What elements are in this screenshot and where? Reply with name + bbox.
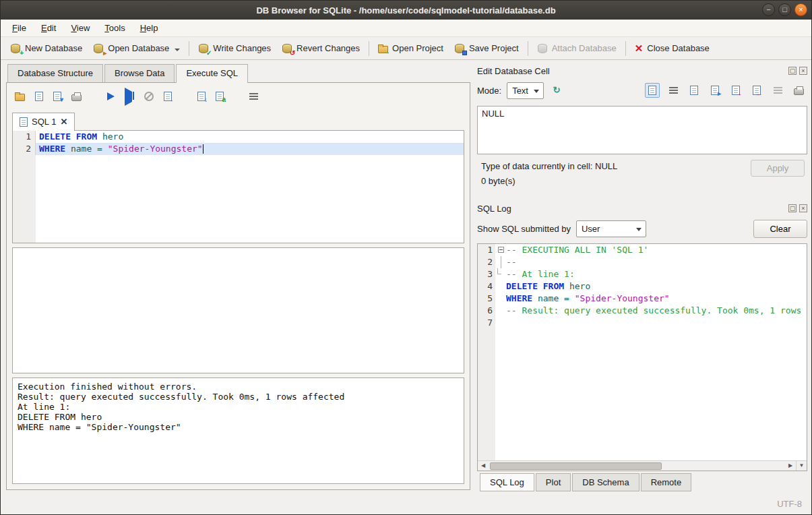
tab-execute-sql[interactable]: Execute SQL [176, 64, 248, 83]
edit-cell-title: Edit Database Cell [477, 66, 786, 76]
text-mode-icon[interactable] [645, 83, 660, 98]
exec-log-line: At line 1: [18, 402, 459, 412]
tab-db-schema[interactable]: DB Schema [572, 473, 639, 491]
open-database-button[interactable]: ▸ Open Database [88, 40, 185, 57]
close-dock-icon[interactable]: × [799, 204, 807, 212]
scroll-down-icon[interactable]: ▼ [796, 461, 807, 471]
log-line: 7 [478, 317, 807, 329]
copy-cell-data-icon[interactable]: ▸ [708, 83, 722, 98]
word-wrap-icon[interactable] [249, 93, 258, 100]
save-project-button[interactable]: Save Project [449, 40, 524, 57]
code-line: DELETE FROM hero [36, 131, 464, 143]
open-project-icon: → [378, 46, 388, 53]
save-sql-file-icon[interactable] [35, 92, 43, 101]
sql-code-editor[interactable]: 1 DELETE FROM hero 2 WHERE name = "Spide… [12, 130, 464, 243]
toolbar-separator [369, 41, 369, 56]
close-dock-icon[interactable]: × [799, 67, 807, 75]
new-database-button[interactable]: + New Database [5, 40, 88, 57]
tab-browse-data[interactable]: Browse Data [104, 64, 175, 82]
toolbar-separator [625, 41, 626, 56]
fold-line [495, 268, 506, 280]
menu-edit[interactable]: Edit [35, 21, 62, 35]
tab-sql-log[interactable]: SQL Log [480, 473, 534, 491]
cell-type-info: Type of data currently in cell: NULL [481, 161, 617, 171]
cell-value: NULL [482, 109, 504, 119]
import-cell-data-icon[interactable]: → [728, 83, 743, 98]
find-icon[interactable]: ↓ [197, 92, 206, 101]
status-bar: UTF-8 [1, 493, 811, 514]
exec-log-line: Result: query executed successfully. Too… [18, 392, 459, 402]
close-button[interactable]: × [794, 3, 807, 16]
float-dock-icon[interactable]: ▢ [788, 67, 797, 75]
sql-log-view[interactable]: 1 -- EXECUTING ALL IN 'SQL 1' 2 -- 3 -- … [477, 243, 807, 471]
maximize-button[interactable]: □ [778, 3, 791, 16]
scroll-left-icon[interactable]: ◀ [478, 461, 489, 471]
open-cell-data-icon[interactable] [687, 83, 701, 98]
sql-1-tab[interactable]: SQL 1 ✕ [12, 113, 75, 131]
export-cell-data-icon[interactable]: ← [749, 83, 764, 98]
execution-status-log[interactable]: Execution finished without errors. Resul… [12, 377, 464, 484]
open-database-dropdown-arrow[interactable] [175, 49, 180, 51]
window-controls: − □ × [762, 3, 807, 16]
results-grid[interactable] [12, 247, 464, 373]
revert-changes-icon: ↺ [282, 43, 292, 54]
scrollbar-thumb[interactable] [490, 462, 662, 470]
window-title: DB Browser for SQLite - /home/user/code/… [1, 5, 811, 16]
scroll-right-icon[interactable]: ▶ [785, 461, 796, 471]
revert-changes-button[interactable]: ↺ Revert Changes [276, 40, 365, 57]
new-database-icon: + [10, 43, 21, 54]
stop-execution-icon [144, 92, 154, 101]
word-wrap-cell-icon[interactable] [666, 83, 681, 98]
minimize-button[interactable]: − [762, 3, 775, 16]
execute-all-icon[interactable] [107, 92, 115, 100]
toolbar-separator [189, 41, 189, 56]
title-bar[interactable]: DB Browser for SQLite - /home/user/code/… [1, 1, 811, 20]
submitted-by-combobox[interactable]: User [576, 220, 646, 237]
mode-combobox[interactable]: Text [507, 82, 544, 99]
print-cell-icon[interactable] [791, 83, 806, 98]
cell-editor-area[interactable]: NULL [477, 106, 807, 154]
auto-refresh-icon[interactable]: ↻ [549, 83, 564, 98]
sql-tab-close-icon[interactable]: ✕ [60, 117, 67, 127]
attach-database-button: Attach Database [532, 40, 622, 57]
main-area: Database Structure Browse Data Execute S… [1, 60, 811, 493]
tab-remote[interactable]: Remote [641, 473, 692, 491]
tab-database-structure[interactable]: Database Structure [7, 64, 103, 82]
log-line: 5 WHERE name = "Spider-Youngster" [478, 293, 807, 305]
log-line: 4 DELETE FROM hero [478, 280, 807, 293]
set-null-icon [770, 83, 785, 98]
sql-editor-toolbar: ▾ → ↓ a [12, 88, 464, 104]
tab-plot[interactable]: Plot [536, 473, 571, 491]
sql-log-controls: Show SQL submitted by User Clear [477, 218, 807, 239]
sql-log-rows: 1 -- EXECUTING ALL IN 'SQL 1' 2 -- 3 -- … [478, 244, 807, 460]
filter-label: Show SQL submitted by [477, 224, 571, 234]
print-sql-icon[interactable] [71, 94, 82, 101]
sql-tab-icon [20, 117, 28, 127]
edit-cell-header: Edit Database Cell ▢ × [477, 64, 807, 78]
main-tab-bar: Database Structure Browse Data Execute S… [6, 64, 470, 82]
mode-label: Mode: [477, 86, 501, 96]
horizontal-scrollbar[interactable]: ◀ ▶ ▼ [478, 460, 807, 471]
write-changes-button[interactable]: ✓ Write Changes [193, 40, 276, 57]
save-sql-file-as-icon[interactable]: ▾ [53, 92, 61, 101]
encoding-indicator[interactable]: UTF-8 [777, 499, 802, 509]
open-sql-file-icon[interactable] [15, 94, 25, 101]
open-project-button[interactable]: → Open Project [373, 40, 449, 56]
main-toolbar: + New Database ▸ Open Database ✓ Write C… [1, 37, 811, 60]
menu-tools[interactable]: Tools [98, 21, 131, 35]
export-results-icon[interactable]: → [164, 92, 172, 101]
execute-current-line-icon[interactable] [125, 92, 134, 102]
menu-view[interactable]: View [65, 21, 96, 35]
scrollbar-track[interactable] [489, 462, 785, 471]
menu-help[interactable]: Help [134, 21, 164, 35]
close-database-button[interactable]: ✕ Close Database [629, 40, 715, 56]
float-dock-icon[interactable]: ▢ [788, 204, 797, 212]
sql-tab-bar: SQL 1 ✕ [12, 110, 464, 130]
exec-log-line: Execution finished without errors. [18, 382, 459, 392]
fold-marker[interactable] [495, 244, 506, 256]
find-replace-icon[interactable]: a [216, 92, 224, 101]
clear-log-button[interactable]: Clear [753, 220, 807, 238]
menu-file[interactable]: File [6, 21, 32, 35]
log-line: 6 -- Result: query executed successfully… [478, 305, 807, 317]
attach-database-icon [537, 43, 548, 54]
